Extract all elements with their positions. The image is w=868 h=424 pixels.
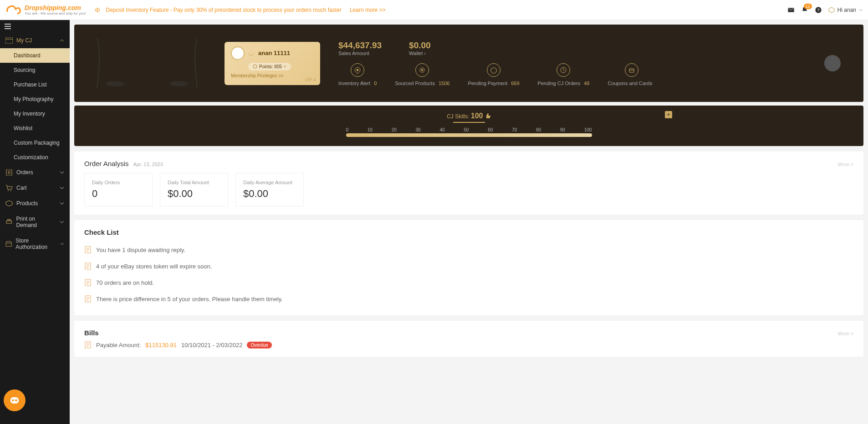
checklist-item[interactable]: 4 of your eBay stores token will expire … [84, 258, 853, 274]
banner-text: Deposit Inventory Feature - Pay only 30%… [106, 7, 342, 13]
dashboard-icon [5, 37, 13, 44]
sidebar-item-inventory[interactable]: My Inventory [0, 106, 70, 121]
avatar-right[interactable] [824, 55, 841, 71]
mail-icon[interactable] [787, 6, 795, 14]
user-menu[interactable]: Hi anan [828, 7, 863, 13]
panel-title: Order Analysis [84, 160, 129, 167]
sidebar-item-packaging[interactable]: Custom Packaging [0, 136, 70, 150]
checklist-item[interactable]: 70 orders are on hold. [84, 274, 853, 291]
help-icon[interactable]: ? [815, 6, 822, 14]
stat-name: Pending CJ Orders [538, 81, 581, 86]
chevron-down-icon [60, 242, 64, 246]
chevron-down-icon [60, 170, 64, 175]
checklist-panel: Check List You have 1 dispute awaiting r… [74, 220, 863, 315]
sidebar-item-pod[interactable]: Print on Demand [0, 211, 70, 233]
metric-label: Daily Total Amount [168, 180, 220, 185]
sidebar-item-mycj[interactable]: My CJ [0, 33, 70, 48]
thumb-icon [485, 113, 491, 119]
stat-value: 0 [374, 81, 377, 86]
svg-point-5 [8, 190, 9, 191]
svg-rect-7 [6, 221, 12, 223]
stat-icon [415, 63, 429, 77]
logo-mark-icon [5, 4, 22, 16]
chatbot-button[interactable] [4, 389, 26, 411]
slider-tick: 20 [392, 127, 397, 132]
logo-tagline: You sell - We source and ship for you! [25, 11, 86, 15]
bills-panel: Bills More > Payable Amount: $115130.91 … [74, 321, 863, 357]
svg-rect-9 [10, 397, 19, 404]
hero-decoration [88, 34, 206, 93]
svg-point-17 [421, 69, 423, 71]
skills-add-button[interactable]: + [665, 111, 672, 118]
hero-stat[interactable]: Sourced Products1506 [395, 63, 449, 86]
slider-tick: 80 [536, 127, 541, 132]
bell-icon[interactable]: 12 [801, 6, 808, 14]
slider-tick: 40 [439, 127, 444, 132]
stat-value: 1506 [439, 81, 449, 86]
chevron-down-icon [859, 8, 863, 12]
hero-stat[interactable]: Pending Payment669 [468, 63, 519, 86]
box-icon [828, 7, 835, 13]
panel-title: Check List [84, 228, 119, 236]
sidebar-item-dashboard[interactable]: Dashboard [0, 48, 70, 63]
more-link[interactable]: More > [837, 162, 853, 167]
panel-title: Bills [84, 329, 99, 337]
checklist-text: You have 1 dispute awaiting reply. [96, 247, 185, 253]
sidebar-item-products[interactable]: Products [0, 196, 70, 211]
svg-point-10 [12, 399, 14, 402]
hero-stat[interactable]: Inventory Alert0 [338, 63, 377, 86]
sidebar-item-sourcing[interactable]: Sourcing [0, 63, 70, 77]
order-analysis-panel: Order Analysis Apr. 13, 2023 More > Dail… [74, 151, 863, 215]
metric-card: Daily Average Amount$0.00 [235, 173, 304, 207]
overdue-badge: Overdue [247, 342, 271, 348]
metric-card: Daily Orders0 [84, 173, 153, 207]
sales-label: Sales Amount [338, 50, 382, 56]
stat-name: Sourced Products [395, 81, 434, 86]
coin-icon [253, 64, 257, 69]
main-content: anan 11111 Points: 805 Membership Privil… [70, 20, 868, 424]
slider-tick: 0 [346, 127, 349, 132]
svg-rect-19 [629, 69, 634, 72]
user-card[interactable]: anan 11111 Points: 805 Membership Privil… [225, 42, 320, 85]
sidebar-item-orders[interactable]: Orders [0, 165, 70, 180]
sidebar-toggle[interactable] [0, 20, 70, 33]
points-pill[interactable]: Points: 805 [248, 63, 291, 71]
bills-range: 10/10/2021 - 2/03/2022 [181, 342, 242, 348]
sidebar-item-purchase[interactable]: Purchase List [0, 77, 70, 92]
hero-stat[interactable]: Coupons and Cards [608, 63, 656, 86]
sidebar-item-store[interactable]: Store Authorization [0, 233, 70, 255]
metric-value: 0 [92, 188, 145, 200]
metric-value: $0.00 [243, 188, 296, 200]
sidebar-item-wishlist[interactable]: Wishlist [0, 121, 70, 136]
sidebar-item-cart[interactable]: Cart [0, 180, 70, 196]
metric-label: Daily Orders [92, 180, 145, 185]
metric-card: Daily Total Amount$0.00 [160, 173, 228, 207]
checklist-item[interactable]: There is price difference in 5 of your o… [84, 291, 853, 307]
hero-stat[interactable]: Pending CJ Orders48 [538, 63, 590, 86]
logo-text: Dropshipping.com [25, 4, 86, 11]
sidebar-item-customization[interactable]: Customization [0, 150, 70, 165]
chevron-down-icon [60, 186, 64, 190]
store-icon [5, 241, 12, 247]
svg-rect-15 [357, 69, 358, 71]
logo[interactable]: Dropshipping.com You sell - We source an… [5, 4, 86, 16]
bills-row[interactable]: Payable Amount: $115130.91 10/10/2021 - … [84, 341, 853, 348]
skills-panel: CJ Skills: 100 + 0102030405060708090100 [74, 106, 863, 146]
payable-amount: $115130.91 [145, 342, 177, 348]
avatar [231, 46, 245, 60]
sidebar-item-photography[interactable]: My Photography [0, 92, 70, 106]
invoice-icon [84, 341, 92, 348]
stat-icon [351, 63, 364, 77]
wallet-label[interactable]: Wallet › [409, 50, 431, 56]
speaker-icon [95, 7, 101, 13]
laurel-icon [248, 50, 255, 56]
chevron-right-icon [284, 65, 286, 68]
slider-tick: 100 [584, 127, 592, 132]
checklist-item[interactable]: You have 1 dispute awaiting reply. [84, 242, 853, 258]
banner-link[interactable]: Learn more >> [350, 7, 386, 13]
skills-slider: 0102030405060708090100 [346, 127, 592, 137]
wallet-amount: $0.00 [409, 40, 431, 50]
note-icon [84, 295, 92, 303]
privileges-link[interactable]: Membership Privileges >> [231, 73, 314, 78]
more-link[interactable]: More > [837, 331, 853, 336]
